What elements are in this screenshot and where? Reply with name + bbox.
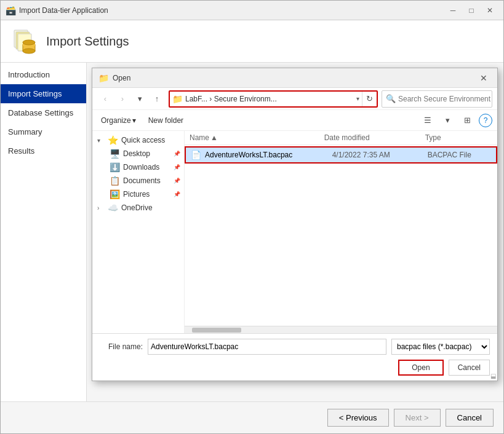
next-button[interactable]: Next > <box>394 409 441 427</box>
pictures-label: Pictures <box>123 190 150 199</box>
file-list-header: Name ▲ Date modified Type <box>185 131 497 145</box>
address-bar-text: LabF... › Secure Environm... <box>185 95 354 103</box>
pictures-icon: 🖼️ <box>110 189 120 199</box>
pin-icon: 📌 <box>174 151 180 157</box>
onedrive-label: OneDrive <box>121 203 153 212</box>
tree-item-downloads[interactable]: ⬇️ Downloads 📌 <box>92 160 184 174</box>
file-item[interactable]: 📄 AdventureWorksLT.bacpac 4/1/2022 7:35 … <box>185 146 497 164</box>
dialog-toolbar2: Organize ▾ New folder ☰ ▾ ⊞ ? <box>92 110 497 131</box>
main-window: 🗃️ Import Data-tier Application ─ □ ✕ I <box>0 0 504 434</box>
title-bar: 🗃️ Import Data-tier Application ─ □ ✕ <box>1 1 503 20</box>
sort-icon: ▲ <box>210 133 218 142</box>
address-bar[interactable]: 📁 LabF... › Secure Environm... ▾ ↻ <box>169 90 378 108</box>
close-button[interactable]: ✕ <box>481 4 498 17</box>
tree-item-documents[interactable]: 📋 Documents 📌 <box>92 174 184 187</box>
pin-icon-3: 📌 <box>174 178 180 184</box>
downloads-icon: ⬇️ <box>110 162 120 172</box>
up-button[interactable]: ↑ <box>149 91 165 107</box>
header: Import Settings <box>1 20 503 63</box>
page-title: Import Settings <box>46 34 129 49</box>
documents-icon: 📋 <box>110 176 120 186</box>
quick-access-label: Quick access <box>121 136 165 144</box>
search-icon: 🔍 <box>386 94 396 103</box>
file-date: 4/1/2022 7:35 AM <box>332 151 428 159</box>
cancel-main-button[interactable]: Cancel <box>446 409 494 427</box>
dialog-footer: File name: bacpac files (*.bacpac) Open … <box>92 333 497 381</box>
tree-item-pictures[interactable]: 🖼️ Pictures 📌 <box>92 187 184 201</box>
filetype-select[interactable]: bacpac files (*.bacpac) <box>391 339 490 355</box>
organize-chevron-icon: ▾ <box>132 116 136 125</box>
folder-icon: 📁 <box>170 94 185 104</box>
filename-row: File name: bacpac files (*.bacpac) <box>100 339 490 355</box>
dialog-close-button[interactable]: ✕ <box>476 71 491 85</box>
cancel-dialog-button[interactable]: Cancel <box>449 360 490 376</box>
dialog-toolbar: ‹ › ▾ ↑ 📁 LabF... › Secure Environm... ▾… <box>92 88 497 110</box>
horizontal-scrollbar[interactable] <box>185 326 497 333</box>
filename-input[interactable] <box>148 339 386 355</box>
view-list-button[interactable]: ☰ <box>420 113 436 128</box>
new-folder-button[interactable]: New folder <box>143 115 188 126</box>
previous-button[interactable]: < Previous <box>327 409 389 427</box>
back-button[interactable]: ‹ <box>97 91 113 107</box>
file-name: AdventureWorksLT.bacpac <box>205 151 332 159</box>
content-area: Introduction Import Settings Database Se… <box>1 63 503 401</box>
desktop-label: Desktop <box>123 149 150 158</box>
desktop-icon: 🖥️ <box>110 149 120 159</box>
refresh-button[interactable]: ↻ <box>362 90 377 108</box>
sidebar: Introduction Import Settings Database Se… <box>1 63 87 401</box>
forward-button[interactable]: › <box>114 91 130 107</box>
sidebar-item-results[interactable]: Results <box>1 141 86 160</box>
quick-access-icon: ⭐ <box>108 135 118 145</box>
title-bar-text: Import Data-tier Application <box>19 6 441 15</box>
dialog-body: ▾ ⭐ Quick access 🖥️ Desktop 📌 ⬇️ Downloa… <box>92 131 497 333</box>
open-button[interactable]: Open <box>398 360 443 376</box>
address-chevron-icon: ▾ <box>354 95 362 102</box>
window-footer: < Previous Next > Cancel <box>1 401 503 433</box>
filename-label: File name: <box>100 342 143 351</box>
documents-label: Documents <box>123 176 161 185</box>
title-bar-icon: 🗃️ <box>6 6 15 15</box>
tree-item-desktop[interactable]: 🖥️ Desktop 📌 <box>92 147 184 160</box>
view-dropdown-button[interactable]: ▾ <box>439 113 455 128</box>
view-details-button[interactable]: ⊞ <box>459 113 475 128</box>
file-list: 📄 AdventureWorksLT.bacpac 4/1/2022 7:35 … <box>185 145 497 326</box>
svg-point-5 <box>23 49 35 53</box>
maximize-button[interactable]: □ <box>463 4 480 17</box>
dialog-title-bar: 📁 Open ✕ <box>92 68 497 88</box>
recent-locations-button[interactable]: ▾ <box>132 91 148 107</box>
file-area: Name ▲ Date modified Type <box>185 131 497 333</box>
pin-icon-2: 📌 <box>174 164 180 170</box>
sidebar-item-import-settings[interactable]: Import Settings <box>1 84 86 103</box>
column-type[interactable]: Type <box>425 133 492 142</box>
dialog-sidebar: ▾ ⭐ Quick access 🖥️ Desktop 📌 ⬇️ Downloa… <box>92 131 185 333</box>
dialog-title-text: Open <box>113 74 473 82</box>
pin-icon-4: 📌 <box>174 191 180 197</box>
minimize-button[interactable]: ─ <box>444 4 462 17</box>
sidebar-item-summary[interactable]: Summary <box>1 122 86 141</box>
search-bar: 🔍 <box>382 90 492 108</box>
svg-point-7 <box>23 40 35 45</box>
open-dialog: 📁 Open ✕ ‹ › ▾ ↑ 📁 LabF... › Secure Envi… <box>92 68 498 381</box>
sidebar-item-introduction[interactable]: Introduction <box>1 65 86 84</box>
sidebar-item-database-settings[interactable]: Database Settings <box>1 103 86 122</box>
onedrive-expand-icon: › <box>97 205 106 211</box>
resize-grip[interactable]: ⬓ <box>490 373 496 379</box>
column-name[interactable]: Name ▲ <box>190 133 324 142</box>
tree-item-onedrive[interactable]: › ☁️ OneDrive <box>92 201 184 215</box>
tree-item-quick-access[interactable]: ▾ ⭐ Quick access <box>92 133 184 147</box>
footer-buttons: Open Cancel <box>100 360 490 376</box>
onedrive-icon: ☁️ <box>108 203 118 213</box>
column-date[interactable]: Date modified <box>324 133 425 142</box>
scrollbar-thumb[interactable] <box>192 328 241 333</box>
help-button[interactable]: ? <box>479 114 492 127</box>
expand-icon: ▾ <box>97 137 106 144</box>
dialog-title-icon: 📁 <box>98 73 109 83</box>
title-bar-controls: ─ □ ✕ <box>444 4 498 17</box>
file-icon: 📄 <box>191 150 201 160</box>
file-type: BACPAC File <box>428 151 491 159</box>
downloads-label: Downloads <box>123 163 159 172</box>
search-input[interactable] <box>398 95 490 103</box>
database-icon <box>10 28 38 55</box>
main-panel: 📁 Open ✕ ‹ › ▾ ↑ 📁 LabF... › Secure Envi… <box>87 63 503 401</box>
organize-button[interactable]: Organize ▾ <box>97 115 140 126</box>
